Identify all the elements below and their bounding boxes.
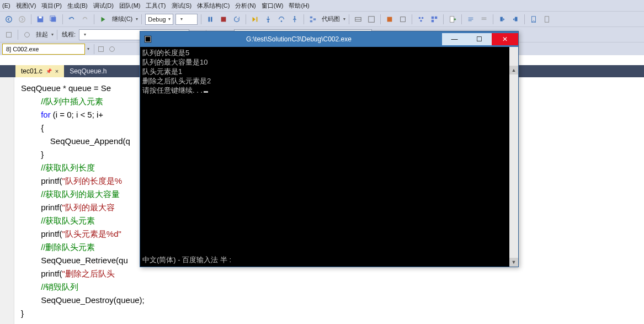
svg-rect-9: [256, 17, 257, 22]
console-title-text: G:\test\SolutionC3\Debug\C002.exe: [156, 35, 442, 43]
menu-project[interactable]: 项目(P): [41, 2, 62, 10]
suspend-dropdown-icon[interactable]: ▾: [51, 32, 54, 37]
svg-point-23: [420, 19, 422, 22]
process-extra2-icon[interactable]: [107, 44, 118, 55]
codemap-icon[interactable]: [307, 14, 318, 25]
tab-label: SeqQueue.h: [70, 67, 107, 75]
toolbox-icon2[interactable]: [366, 14, 377, 25]
toolbox-icon3[interactable]: [384, 14, 395, 25]
nav-forward-button[interactable]: [17, 14, 28, 25]
cursor-icon: [204, 91, 208, 93]
svg-rect-35: [531, 16, 535, 22]
pause-button[interactable]: [205, 14, 216, 25]
svg-rect-13: [310, 16, 312, 18]
scroll-up-icon[interactable]: ▲: [509, 66, 518, 75]
codemap-label: 代码图: [321, 15, 341, 23]
bookmark-next-icon[interactable]: [510, 14, 521, 25]
object-browser-icon[interactable]: [429, 14, 440, 25]
pin-icon[interactable]: 📌: [46, 68, 52, 74]
nav-back-button[interactable]: [3, 14, 14, 25]
console-output[interactable]: 队列的长度是5 队列的最大容量是10 队头元素是1 删除之后队头元素是2 请按任…: [140, 47, 518, 267]
bookmark-prev-icon[interactable]: [497, 14, 508, 25]
tab-tec01-c[interactable]: tec01.c 📌 ×: [15, 65, 64, 77]
undo-button[interactable]: [66, 14, 77, 25]
svg-point-10: [267, 21, 269, 23]
console-app-icon: [140, 35, 156, 43]
console-titlebar[interactable]: G:\test\SolutionC3\Debug\C002.exe — ☐ ✕: [140, 31, 518, 47]
show-next-stmt-button[interactable]: [249, 14, 260, 25]
svg-point-22: [422, 17, 424, 19]
svg-point-12: [294, 16, 295, 18]
menu-debug[interactable]: 调试(D): [93, 2, 114, 10]
console-window: G:\test\SolutionC3\Debug\C002.exe — ☐ ✕ …: [140, 31, 519, 267]
delete-bookmark-icon[interactable]: [541, 14, 552, 25]
platform-combo[interactable]: ▾: [175, 14, 198, 25]
menu-build[interactable]: 生成(B): [67, 2, 88, 10]
continue-dropdown-icon[interactable]: ▾: [136, 17, 138, 22]
menu-bar: (E) 视图(V) 项目(P) 生成(B) 调试(D) 团队(M) 工具(T) …: [0, 0, 644, 11]
continue-label: 继续(C): [111, 15, 134, 23]
editor-margin: [0, 77, 14, 324]
toolbox-icon1[interactable]: [353, 14, 364, 25]
menu-window[interactable]: 窗口(W): [262, 2, 284, 10]
svg-rect-20: [400, 17, 405, 22]
menu-view[interactable]: 视图(V): [16, 2, 36, 10]
console-maximize-button[interactable]: ☐: [467, 33, 492, 45]
step-over-button[interactable]: [276, 14, 287, 25]
process-icon[interactable]: [3, 29, 14, 40]
process-extra1-icon[interactable]: [95, 44, 107, 55]
ime-status: 中文(简体) - 百度输入法 半 :: [142, 255, 231, 264]
toggle-bookmark-icon[interactable]: [528, 14, 539, 25]
svg-rect-34: [515, 17, 517, 21]
svg-rect-27: [450, 16, 454, 22]
process-name-box[interactable]: 8] C002.exe: [2, 44, 85, 55]
suspend-icon[interactable]: [22, 29, 33, 40]
svg-rect-33: [500, 17, 502, 21]
toolbar-main: 继续(C) ▾ Debug▾ ▾ 代码图 ▾: [0, 11, 644, 26]
menu-help[interactable]: 帮助(H): [289, 2, 309, 10]
thread-label: 线程:: [61, 30, 77, 39]
console-minimize-button[interactable]: —: [442, 33, 467, 45]
menu-team[interactable]: 团队(M): [119, 2, 141, 10]
menu-test[interactable]: 测试(S): [172, 2, 192, 10]
stop-button[interactable]: [218, 14, 229, 25]
svg-point-11: [280, 20, 282, 22]
svg-rect-36: [545, 16, 549, 22]
svg-rect-37: [7, 32, 12, 37]
svg-point-1: [19, 16, 25, 22]
svg-rect-19: [387, 17, 392, 22]
menu-analyze[interactable]: 分析(N): [235, 2, 256, 10]
tab-close-icon[interactable]: ×: [55, 68, 58, 75]
scroll-down-icon[interactable]: ▼: [509, 258, 518, 267]
config-combo[interactable]: Debug▾: [145, 14, 173, 25]
svg-rect-14: [313, 18, 316, 20]
process-dropdown-icon[interactable]: ▾: [87, 46, 89, 51]
svg-rect-26: [431, 19, 433, 22]
svg-rect-25: [435, 16, 437, 18]
menu-tools[interactable]: 工具(T): [146, 2, 166, 10]
svg-rect-18: [368, 16, 374, 22]
suspend-label: 挂起: [35, 30, 49, 39]
save-button[interactable]: [35, 14, 46, 25]
save-all-button[interactable]: [48, 14, 59, 25]
svg-rect-24: [431, 16, 433, 18]
step-into-button[interactable]: [263, 14, 274, 25]
new-item-icon[interactable]: [447, 14, 458, 25]
console-scrollbar[interactable]: ▲ ▼: [509, 47, 518, 267]
codemap-dropdown-icon[interactable]: ▾: [343, 17, 345, 22]
continue-button[interactable]: [98, 14, 109, 25]
tab-label: tec01.c: [21, 67, 42, 75]
svg-point-40: [110, 46, 115, 51]
menu-architecture[interactable]: 体系结构(C): [197, 2, 230, 10]
step-out-button[interactable]: [289, 14, 300, 25]
class-view-icon[interactable]: [416, 14, 427, 25]
tab-seqqueue-h[interactable]: SeqQueue.h: [64, 65, 112, 77]
svg-rect-3: [39, 16, 41, 18]
menu-edit[interactable]: (E): [2, 2, 10, 9]
uncomment-icon[interactable]: [478, 14, 489, 25]
comment-out-icon[interactable]: [465, 14, 476, 25]
restart-button[interactable]: [231, 14, 242, 25]
redo-button[interactable]: [79, 14, 91, 25]
toolbox-icon4[interactable]: [397, 14, 408, 25]
console-close-button[interactable]: ✕: [492, 33, 518, 45]
